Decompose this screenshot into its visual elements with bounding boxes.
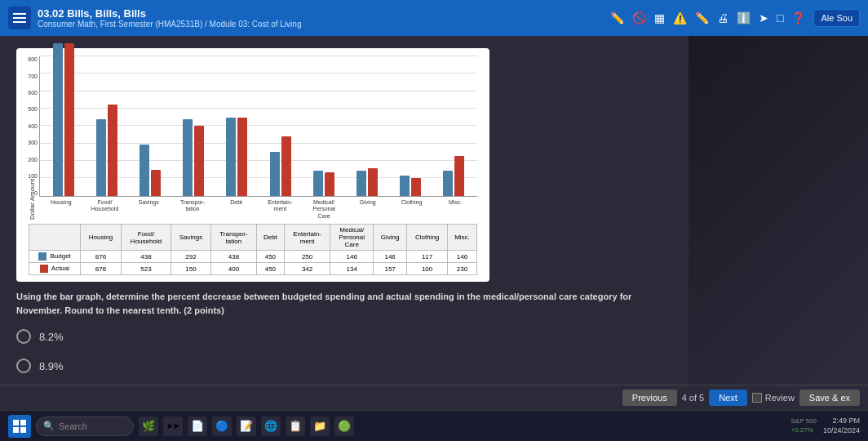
stock-name: S&P 500 <box>791 417 817 425</box>
table-cell-actual-4: 450 <box>257 263 285 275</box>
answer-option-a[interactable]: 8.2% <box>16 329 672 344</box>
taskbar-search[interactable]: 🔍 Search <box>36 416 134 436</box>
toolbar-icons: ✏️ 🚫 ▦ ⚠️ ✏️ 🖨 ℹ️ ➤ □ ❓ Ale Sou <box>610 9 860 27</box>
table-cell-actual-3: 400 <box>210 263 256 275</box>
x-label-4: Debt <box>215 199 259 220</box>
grid-icon[interactable]: ▦ <box>654 11 665 24</box>
taskbar-icon-4[interactable]: 🔵 <box>212 416 232 436</box>
taskbar-icon-3[interactable]: 📄 <box>188 416 207 436</box>
clock-date: 10/24/2024 <box>823 426 860 436</box>
table-cell-actual-6: 134 <box>330 263 374 275</box>
budget-bar-7 <box>356 171 366 196</box>
main-content: Dollar Amount 0 100 200 300 400 500 600 … <box>0 36 868 410</box>
review-label: Review <box>765 393 795 403</box>
send-icon[interactable]: ➤ <box>759 11 768 24</box>
actual-bar-7 <box>368 168 378 196</box>
y-label-500: 500 <box>17 106 38 112</box>
bar-group-2 <box>128 56 171 196</box>
actual-bar-6 <box>325 172 334 196</box>
budget-bar-1 <box>96 119 106 196</box>
radio-a[interactable] <box>16 329 31 344</box>
bar-group-4 <box>215 56 259 196</box>
y-labels: 0 100 200 300 400 500 600 700 800 <box>17 56 38 196</box>
review-container: Review <box>752 393 795 403</box>
previous-button[interactable]: Previous <box>622 390 677 406</box>
x-label-9: Misc. <box>433 199 477 220</box>
taskbar-icon-9[interactable]: 🟢 <box>334 416 354 436</box>
right-panel-bg <box>689 36 868 410</box>
cancel-icon[interactable]: 🚫 <box>632 11 646 24</box>
stock-change: +0.27% <box>791 426 817 434</box>
taskbar-icon-7[interactable]: 📋 <box>286 416 305 436</box>
bar-group-3 <box>172 56 215 196</box>
table-cell-actual-2: 150 <box>171 263 211 275</box>
radio-b[interactable] <box>16 359 31 373</box>
x-label-1: Food/Household <box>83 199 127 220</box>
table-cell-budget-0: 876 <box>81 251 122 263</box>
bar-group-6 <box>302 56 345 196</box>
taskbar-icon-5[interactable]: 📝 <box>237 416 256 436</box>
bar-group-8 <box>389 56 432 196</box>
actual-bar-8 <box>411 178 421 195</box>
menu-button[interactable] <box>8 7 31 29</box>
table-cell-budget-3: 438 <box>210 251 256 263</box>
y-label-700: 700 <box>17 74 38 79</box>
x-label-8: Clothing <box>390 199 434 220</box>
taskbar-icon-1[interactable]: 🌿 <box>139 416 158 436</box>
x-label-7: Giving <box>346 199 390 220</box>
table-cell-actual-7: 157 <box>374 263 407 275</box>
svg-rect-0 <box>13 420 19 425</box>
bars-container <box>40 56 477 196</box>
budget-bar-5 <box>270 152 280 195</box>
actual-bar-9 <box>454 156 464 196</box>
table-cell-budget-4: 450 <box>257 251 285 263</box>
bar-group-0 <box>42 56 85 196</box>
table-cell-budget-7: 146 <box>374 251 407 263</box>
edit-icon[interactable]: ✏️ <box>695 11 709 24</box>
square-icon[interactable]: □ <box>777 11 783 24</box>
table-cell-actual-0: 876 <box>81 263 122 275</box>
answer-option-b[interactable]: 8.9% <box>16 359 672 373</box>
budget-bar-8 <box>400 176 410 196</box>
table-cell-actual-1: 523 <box>121 263 170 275</box>
taskbar-icon-8[interactable]: 📁 <box>310 416 330 436</box>
chart-area: Dollar Amount 0 100 200 300 400 500 600 … <box>29 56 477 220</box>
table-cell-actual-5: 342 <box>284 263 330 275</box>
start-button[interactable] <box>8 415 31 438</box>
answer-label-a: 8.2% <box>39 331 64 343</box>
print-icon[interactable]: 🖨 <box>717 11 728 24</box>
save-exit-button[interactable]: Save & ex <box>799 390 860 406</box>
next-button[interactable]: Next <box>709 390 747 406</box>
taskbar: 🔍 Search 🌿 ➤➤ 📄 🔵 📝 🌐 📋 📁 🟢 S&P 500 +0.2… <box>0 410 868 441</box>
data-table: Housing Food/Household Savings Transpor-… <box>29 224 477 275</box>
taskbar-icon-2[interactable]: ➤➤ <box>163 416 183 436</box>
right-panel <box>689 36 868 410</box>
review-checkbox[interactable] <box>752 393 762 403</box>
col-food: Food/Household <box>121 225 170 251</box>
info-icon[interactable]: ℹ️ <box>737 11 751 24</box>
help-icon[interactable]: ❓ <box>791 11 805 24</box>
pencil-icon[interactable]: ✏️ <box>610 11 624 24</box>
col-misc: Misc. <box>448 225 477 251</box>
x-label-0: Housing <box>39 199 83 220</box>
user-button[interactable]: Ale Sou <box>813 9 860 27</box>
table-cell-actual-9: 230 <box>448 263 477 275</box>
x-label-6: Medical/PersonalCare <box>302 199 346 220</box>
svg-rect-1 <box>20 420 26 425</box>
warning-icon[interactable]: ⚠️ <box>673 11 687 24</box>
col-clothing: Clothing <box>407 225 448 251</box>
col-transport: Transpor-tation <box>210 225 256 251</box>
chart-inner: 0 100 200 300 400 500 600 700 800 <box>39 56 477 220</box>
actual-bar-0 <box>64 43 74 196</box>
svg-rect-3 <box>20 427 26 433</box>
bar-group-1 <box>85 56 128 196</box>
table-cell-budget-1: 438 <box>121 251 170 263</box>
table-legend-actual: Actual <box>29 263 81 275</box>
col-debt: Debt <box>257 225 285 251</box>
question-bold: Using the bar graph, determine the perce… <box>16 292 631 315</box>
col-giving: Giving <box>374 225 407 251</box>
top-bar: 03.02 Bills, Bills, Bills Consumer Math,… <box>0 0 868 36</box>
chart-plot: 0 100 200 300 400 500 600 700 800 <box>39 56 477 197</box>
y-label-300: 300 <box>17 140 38 145</box>
taskbar-icon-6[interactable]: 🌐 <box>261 416 281 436</box>
